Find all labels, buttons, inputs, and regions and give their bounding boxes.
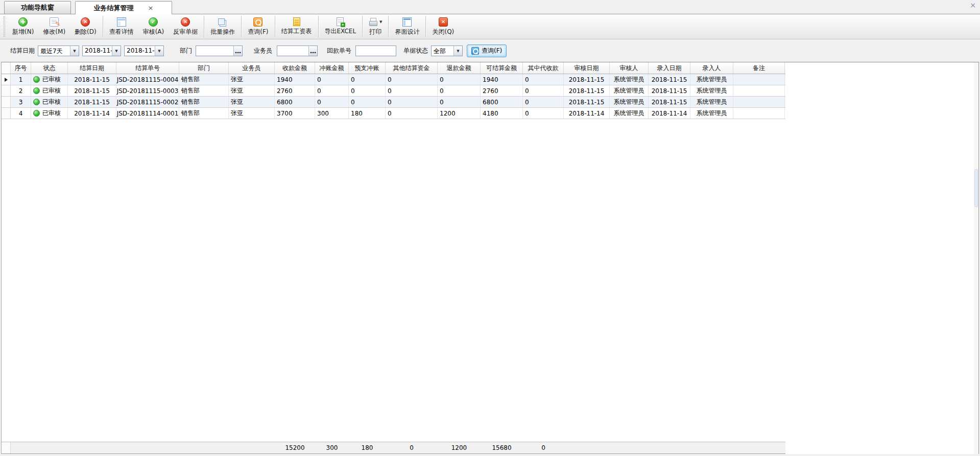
table-row[interactable]: 3 已审核 2018-11-15 JSD-20181115-0002 销售部 张… <box>2 97 785 108</box>
agent-input-field[interactable] <box>277 46 308 56</box>
data-grid: 序号 状态 结算日期 结算单号 部门 业务员 收款金额 冲账金额 预支冲账 其他… <box>1 62 979 454</box>
delete-button[interactable]: 删除(D) <box>70 15 101 38</box>
cell-remark <box>733 74 785 85</box>
col-header-entrant[interactable]: 录入人 <box>690 62 733 74</box>
approved-status-icon <box>33 87 40 94</box>
dropdown-button[interactable]: ▼ <box>453 46 462 56</box>
ui-design-button[interactable]: 界面设计 <box>390 15 424 38</box>
table-row[interactable]: 1 已审核 2018-11-15 JSD-20181115-0004 销售部 张… <box>2 74 785 85</box>
table-row[interactable]: 4 已审核 2018-11-14 JSD-20181114-0001 销售部 张… <box>2 108 785 119</box>
row-selector-cell <box>2 85 11 96</box>
cell-advance-offset: 180 <box>349 108 386 119</box>
summary-empty <box>68 442 116 453</box>
toolbar-drag-handle[interactable] <box>4 16 5 37</box>
col-header-refund-amount[interactable]: 退款金额 <box>438 62 481 74</box>
agent-label: 业务员 <box>254 47 272 55</box>
dept-input[interactable]: … <box>196 45 243 56</box>
chevron-down-icon: ▼ <box>115 49 117 53</box>
add-button[interactable]: 新增(N) <box>8 15 38 38</box>
summary-row: 15200 300 180 0 1200 15680 0 <box>2 442 785 454</box>
col-header-seq[interactable]: 序号 <box>11 62 31 74</box>
cell-settleable-amount: 4180 <box>481 108 523 119</box>
cell-settleable-amount: 6800 <box>481 97 523 107</box>
unaudit-button[interactable]: 反审单据 <box>169 15 202 38</box>
date-to-select[interactable]: 2018-11-15 ▼ <box>124 45 164 56</box>
print-button[interactable]: ▼ 打印 <box>364 15 387 38</box>
col-header-status[interactable]: 状态 <box>31 62 68 74</box>
col-header-settleable-amount[interactable]: 可结算金额 <box>481 62 523 74</box>
col-header-agent[interactable]: 业务员 <box>229 62 275 74</box>
dropdown-button[interactable]: ▼ <box>112 46 121 56</box>
summary-empty <box>179 442 229 453</box>
button-label: 关闭(Q) <box>432 28 454 36</box>
toolbar-separator <box>425 16 426 37</box>
col-header-settle-date[interactable]: 结算日期 <box>68 62 116 74</box>
vertical-scrollbar[interactable] <box>974 62 978 454</box>
dropdown-button[interactable]: ▼ <box>155 46 163 56</box>
cell-advance-offset: 0 <box>349 97 386 107</box>
cell-auditor: 系统管理员 <box>610 85 649 96</box>
tab-business-settlement[interactable]: 业务结算管理 × <box>75 1 172 14</box>
header-selector-cell <box>2 62 11 74</box>
query-button[interactable]: 查询(F) <box>467 44 507 57</box>
cell-settle-date: 2018-11-15 <box>68 97 116 107</box>
audit-button[interactable]: 审核(A) <box>138 15 169 38</box>
modify-button[interactable]: 修改(M) <box>38 15 70 38</box>
cell-entry-date: 2018-11-15 <box>649 74 690 85</box>
agent-lookup-button[interactable]: … <box>308 46 317 56</box>
receipt-no-label: 回款单号 <box>327 47 351 55</box>
print-dropdown-icon[interactable]: ▼ <box>379 20 382 24</box>
col-header-other-funds[interactable]: 其他结算资金 <box>386 62 438 74</box>
table-row[interactable]: 2 已审核 2018-11-15 JSD-20181115-0003 销售部 张… <box>2 85 785 97</box>
cell-audit-date: 2018-11-15 <box>564 85 610 96</box>
col-header-receipt-amount[interactable]: 收款金额 <box>275 62 315 74</box>
button-label: 导出EXCEL <box>325 27 356 36</box>
dept-input-field[interactable] <box>196 46 233 56</box>
date-from-select[interactable]: 2018-11-08 ▼ <box>82 45 121 56</box>
close-tab-button[interactable]: 关闭(Q) <box>427 15 459 38</box>
date-range-select[interactable]: 最近7天 ▼ <box>38 45 79 56</box>
cell-agent: 张亚 <box>229 85 275 96</box>
payroll-document-icon <box>293 17 300 26</box>
chevron-down-icon: ▼ <box>158 49 160 53</box>
button-label: 删除(D) <box>75 28 97 36</box>
summary-refund-total: 1200 <box>438 442 481 453</box>
cell-entrant: 系统管理员 <box>690 74 733 85</box>
batch-operation-button[interactable]: 批量操作 <box>206 15 240 38</box>
query-toolbar-button[interactable]: 查询(F) <box>243 15 273 38</box>
dept-lookup-button[interactable]: … <box>233 46 242 56</box>
tab-function-nav[interactable]: 功能导航窗 <box>4 1 71 14</box>
col-header-doc-no[interactable]: 结算单号 <box>116 62 179 74</box>
col-header-dept[interactable]: 部门 <box>179 62 229 74</box>
dropdown-button[interactable]: ▼ <box>70 46 79 56</box>
cell-entrant: 系统管理员 <box>690 97 733 107</box>
button-label: 打印 <box>369 28 381 36</box>
cell-receipt-amount: 2760 <box>275 85 315 96</box>
settlement-payroll-button[interactable]: 结算工资表 <box>277 15 317 38</box>
cell-entrant: 系统管理员 <box>690 108 733 119</box>
doc-status-select[interactable]: 全部 ▼ <box>431 45 463 56</box>
button-label: 反审单据 <box>173 28 198 36</box>
agent-input[interactable]: … <box>277 45 318 56</box>
cell-auditor: 系统管理员 <box>610 108 649 119</box>
cell-seq: 4 <box>11 108 31 119</box>
col-header-audit-date[interactable]: 审核日期 <box>564 62 610 74</box>
col-header-remark[interactable]: 备注 <box>733 62 785 74</box>
cell-advance-offset: 0 <box>349 74 386 85</box>
col-header-collection[interactable]: 其中代收款 <box>523 62 564 74</box>
col-header-advance-offset[interactable]: 预支冲账 <box>349 62 386 74</box>
receipt-no-input[interactable] <box>355 45 396 56</box>
tab-close-icon[interactable]: × <box>148 4 154 12</box>
col-header-entry-date[interactable]: 录入日期 <box>649 62 690 74</box>
chevron-down-icon: ▼ <box>73 49 76 53</box>
export-excel-icon <box>337 17 344 26</box>
export-excel-button[interactable]: 导出EXCEL <box>320 15 361 38</box>
cell-remark <box>733 108 785 119</box>
view-detail-button[interactable]: 查看详情 <box>105 15 138 38</box>
col-header-auditor[interactable]: 审核人 <box>610 62 649 74</box>
button-label: 查询(F) <box>248 28 268 36</box>
cell-dept: 销售部 <box>179 85 229 96</box>
col-header-offset-amount[interactable]: 冲账金额 <box>315 62 349 74</box>
scrollbar-thumb[interactable] <box>974 169 978 207</box>
receipt-no-input-field[interactable] <box>356 46 396 56</box>
